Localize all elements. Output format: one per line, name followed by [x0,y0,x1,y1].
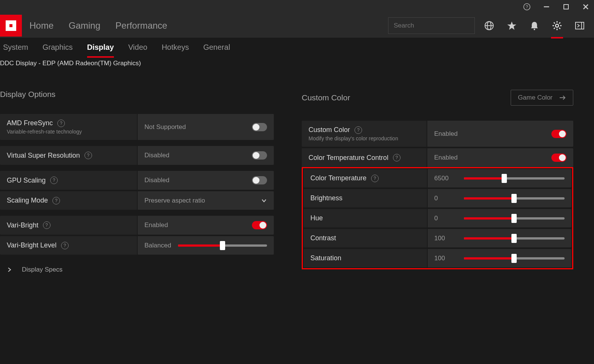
color-temperature-slider[interactable] [464,177,565,180]
svg-point-16 [556,24,559,27]
search-input[interactable] [394,22,474,29]
tab-hotkeys[interactable]: Hotkeys [162,43,189,53]
varibright-value: Enabled [144,221,168,229]
svg-line-23 [559,23,560,24]
minimize-icon[interactable] [542,2,551,11]
help-icon[interactable]: ? [43,221,51,229]
row-brightness: Brightness 0 [304,189,571,207]
row-color-temperature: Color Temperature ? 6500 [304,169,571,187]
dock-icon[interactable] [574,20,585,31]
globe-icon[interactable] [484,20,494,31]
contrast-label: Contrast [310,234,336,242]
svg-point-15 [534,29,535,30]
display-options-panel: Display Options AMD FreeSync ? Variable-… [0,90,274,273]
custom-color-label: Custom Color [309,126,350,134]
row-custom-color: Custom Color ? Modify the display's colo… [302,121,573,147]
varibright-toggle[interactable] [252,221,267,229]
bell-icon[interactable] [529,20,540,31]
gpu-scaling-label: GPU Scaling [7,177,46,184]
star-icon[interactable] [507,20,517,31]
svg-line-24 [554,28,555,29]
game-color-label: Game Color [518,94,553,101]
vsr-value: Disabled [144,152,169,159]
brightness-slider[interactable] [464,197,565,200]
vsr-label: Virtual Super Resolution [7,152,80,160]
color-temp-control-label: Color Temperature Control [309,154,388,162]
hue-slider[interactable] [464,217,565,220]
display-specs-label: Display Specs [22,266,63,273]
help-icon[interactable]: ? [522,2,531,11]
row-gpu-scaling: GPU Scaling ? Disabled [0,171,274,190]
custom-color-title: Custom Color [302,93,350,102]
contrast-value: 100 [434,235,457,242]
row-scaling-mode: Scaling Mode ? Preserve aspect ratio [0,191,274,210]
row-varibright-level: Vari-Bright Level ? Balanced [0,236,274,255]
tab-display[interactable]: Display [87,43,114,53]
nav-gaming[interactable]: Gaming [69,20,100,31]
arrow-right-icon [559,95,566,100]
freesync-toggle[interactable] [252,123,267,131]
subnav: System Graphics Display Video Hotkeys Ge… [0,38,594,58]
row-freesync: AMD FreeSync ? Variable-refresh-rate tec… [0,114,274,140]
maximize-icon[interactable] [562,2,571,11]
svg-line-22 [559,28,560,29]
color-temp-control-toggle[interactable] [551,154,566,162]
hue-label: Hue [310,214,323,222]
hue-value: 0 [434,215,457,222]
help-icon[interactable]: ? [355,126,362,134]
row-vsr: Virtual Super Resolution ? Disabled [0,146,274,165]
chevron-down-icon [261,198,267,204]
tab-system[interactable]: System [3,43,28,53]
amd-logo[interactable] [0,15,22,37]
svg-marker-14 [507,22,516,30]
freesync-value: Not Supported [144,123,186,131]
freesync-sublabel: Variable-refresh-rate technology [7,129,130,135]
tab-general[interactable]: General [203,43,230,53]
window-titlebar: ? [0,0,594,14]
saturation-label: Saturation [310,254,341,262]
gear-icon[interactable] [552,20,562,31]
scaling-mode-label: Scaling Mode [7,197,48,204]
help-icon[interactable]: ? [371,175,379,182]
brightness-value: 0 [434,195,457,202]
help-icon[interactable]: ? [57,120,65,127]
help-icon[interactable]: ? [61,242,69,249]
gpu-scaling-toggle[interactable] [252,176,267,184]
varibright-level-slider[interactable] [178,244,267,247]
gpu-scaling-value: Disabled [144,177,169,184]
nav-performance[interactable]: Performance [115,20,167,31]
custom-color-toggle[interactable] [551,130,566,138]
chevron-right-icon [7,267,12,272]
tab-video[interactable]: Video [128,43,147,53]
vsr-toggle[interactable] [252,151,267,160]
content: Display Options AMD FreeSync ? Variable-… [0,67,594,273]
custom-color-sublabel: Modify the display's color reproduction [309,135,420,141]
main-nav: Home Gaming Performance [29,20,167,31]
scaling-mode-dropdown[interactable]: Preserve aspect ratio [144,197,267,204]
contrast-slider[interactable] [464,237,565,240]
freesync-label: AMD FreeSync [7,119,53,127]
row-contrast: Contrast 100 [304,229,571,247]
tab-graphics[interactable]: Graphics [43,43,73,53]
svg-rect-3 [564,5,568,9]
saturation-slider[interactable] [464,257,565,260]
help-icon[interactable]: ? [393,154,401,161]
game-color-button[interactable]: Game Color [511,90,573,106]
help-icon[interactable]: ? [52,197,60,204]
varibright-label: Vari-Bright [7,221,38,229]
varibright-level-value: Balanced [144,242,171,249]
help-icon[interactable]: ? [50,177,58,184]
close-icon[interactable] [581,2,590,11]
search-box[interactable] [388,17,475,34]
row-varibright: Vari-Bright ? Enabled [0,216,274,235]
nav-home[interactable]: Home [29,20,54,31]
custom-color-value: Enabled [434,130,457,138]
help-icon[interactable]: ? [84,152,92,159]
row-saturation: Saturation 100 [304,249,571,267]
header-icons [484,20,594,31]
color-temp-control-value: Enabled [434,154,457,161]
display-options-title: Display Options [0,90,55,99]
display-specs-expander[interactable]: Display Specs [0,256,274,273]
svg-line-21 [554,23,555,24]
row-color-temp-control: Color Temperature Control ? Enabled [302,148,573,167]
